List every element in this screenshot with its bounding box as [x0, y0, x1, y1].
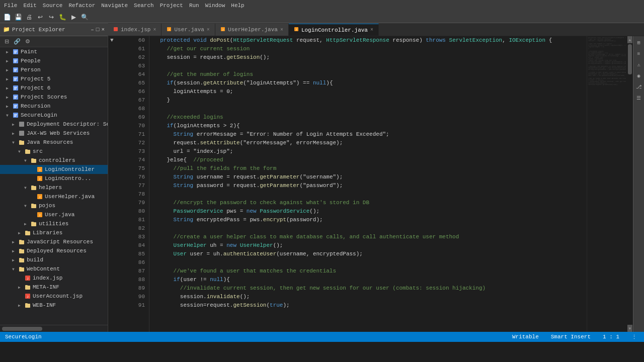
code-line-89[interactable]: //invalidate current session, then get n… [153, 284, 587, 293]
menu-file[interactable]: File [4, 3, 17, 9]
tree-item-jax-ws[interactable]: ▶JAX-WS Web Services [0, 129, 108, 138]
code-line-69[interactable]: //exceeded logins [153, 113, 587, 122]
code-line-62[interactable]: session = request.getSession(); [153, 53, 587, 62]
writable-status[interactable]: Writable [510, 334, 541, 340]
menu-help[interactable]: Help [231, 3, 244, 9]
tab-close-logincontroller[interactable]: × [370, 27, 373, 33]
undo-btn[interactable]: ↩ [35, 12, 45, 22]
code-line-75[interactable]: //pull the fields from the form [153, 164, 587, 173]
tree-item-deployment[interactable]: ▶Deployment Descriptor: Se [0, 120, 108, 129]
tree-item-build[interactable]: ▶build [0, 255, 108, 264]
code-line-70[interactable]: if(loginAttempts > 2){ [153, 122, 587, 130]
run-btn[interactable]: ▶ [68, 12, 78, 22]
code-line-67[interactable]: } [153, 96, 587, 105]
tree-item-paint[interactable]: ▶Paint [0, 47, 108, 56]
code-line-71[interactable]: String errorMessage = "Error: Number of … [153, 130, 587, 139]
code-line-61[interactable]: //get our current session [153, 45, 587, 53]
tree-item-person[interactable]: ▶Person [0, 65, 108, 74]
tab-close-user[interactable]: × [207, 27, 210, 33]
scroll-up-btn[interactable]: ▲ [627, 36, 632, 43]
search-results-icon[interactable]: ◉ [634, 71, 643, 80]
collapse-all-btn[interactable]: ⊟ [2, 37, 11, 46]
code-line-84[interactable]: UserHelper uh = new UserHelper(); [153, 241, 587, 250]
code-line-76[interactable]: String username = request.getParameter("… [153, 173, 587, 182]
menu-edit[interactable]: Edit [23, 3, 36, 9]
outline-icon[interactable]: ☰ [634, 94, 643, 103]
code-line-81[interactable]: String encryptedPass = pws.encrypt(passw… [153, 216, 587, 224]
code-line-64[interactable]: //get the number of logins [153, 70, 587, 79]
tree-item-web-inf[interactable]: ▶WEB-INF [0, 301, 108, 310]
scrollbar-thumb[interactable] [628, 44, 632, 74]
vertical-scrollbar[interactable]: ▲ ▼ [627, 36, 633, 332]
menu-navigate[interactable]: Navigate [101, 3, 128, 9]
tree-item-jsresources[interactable]: ▶JavaScript Resources [0, 237, 108, 246]
tree-item-helpers[interactable]: ▼helpers [0, 183, 108, 192]
tree-item-indexjsp[interactable]: Jindex.jsp [0, 274, 108, 283]
code-line-74[interactable]: }else{ //proceed [153, 156, 587, 164]
code-line-78[interactable] [153, 190, 587, 199]
scroll-down-btn[interactable]: ▼ [627, 325, 632, 332]
settings-btn[interactable]: ⚙ [23, 37, 32, 46]
tree-item-logincontroller[interactable]: JLoginController [0, 165, 108, 174]
new-btn[interactable]: 📄 [2, 12, 12, 22]
tree-item-projectscores[interactable]: ▶Project Scores [0, 93, 108, 102]
code-line-90[interactable]: session.invalidate(); [153, 293, 587, 301]
code-line-91[interactable]: session=request.getSession(true); [153, 301, 587, 310]
print-btn[interactable]: 🖨 [24, 12, 34, 22]
code-line-68[interactable] [153, 105, 587, 113]
redo-btn[interactable]: ↪ [46, 12, 56, 22]
code-line-82[interactable] [153, 224, 587, 233]
close-icon[interactable]: × [101, 27, 105, 33]
tab-close-userhelper[interactable]: × [280, 27, 283, 33]
collapse-icon[interactable]: ▼ [110, 37, 114, 43]
tasks-icon[interactable]: ≡ [634, 49, 643, 58]
code-line-65[interactable]: if(session.getAttribute("loginAttempts")… [153, 79, 587, 87]
code-line-87[interactable]: //we've found a user that matches the cr… [153, 267, 587, 276]
code-line-77[interactable]: String password = request.getParameter("… [153, 182, 587, 190]
tree-item-project6[interactable]: ▶Project 6 [0, 83, 108, 93]
tree-item-user[interactable]: JUser.java [0, 210, 108, 219]
save-btn[interactable]: 💾 [13, 12, 23, 22]
tree-item-utilities[interactable]: ▶utilities [0, 219, 108, 228]
tree-item-userhelper[interactable]: JUserHelper.java [0, 192, 108, 201]
tab-close-index[interactable]: × [153, 27, 156, 33]
maximize-icon[interactable]: □ [96, 27, 100, 33]
tab-logincontroller[interactable]: JLoginController.java× [289, 24, 379, 36]
tree-item-people[interactable]: ▶People [0, 56, 108, 65]
horizontal-scrollbar[interactable] [0, 325, 108, 332]
code-text[interactable]: protected void doPost(HttpServletRequest… [149, 36, 587, 332]
code-line-73[interactable]: url = "index.jsp"; [153, 147, 587, 156]
code-line-88[interactable]: if(user != null){ [153, 276, 587, 284]
menu-refactor[interactable]: Refactor [68, 3, 95, 9]
code-line-85[interactable]: User user = uh.authenticateUser(username… [153, 250, 587, 258]
menu-search[interactable]: Search [134, 3, 154, 9]
code-line-60[interactable]: protected void doPost(HttpServletRequest… [153, 36, 587, 45]
code-line-66[interactable]: loginAttempts = 0; [153, 87, 587, 96]
menu-project[interactable]: Project [160, 3, 183, 9]
tree-item-recursion[interactable]: ▶Recursion [0, 102, 108, 111]
code-line-63[interactable] [153, 62, 587, 70]
tab-index[interactable]: index.jsp× [108, 24, 162, 36]
tree-item-logincontro[interactable]: JLoginContro... [0, 174, 108, 183]
errors-icon[interactable]: ⚠ [634, 60, 643, 69]
tree-item-controllers[interactable]: ▼controllers [0, 156, 108, 165]
code-line-86[interactable] [153, 258, 587, 267]
link-editor-btn[interactable]: 🔗 [13, 37, 22, 46]
menu-source[interactable]: Source [43, 3, 63, 9]
tree-item-securelogin[interactable]: ▼SecureLogin [0, 111, 108, 120]
menu-window[interactable]: Window [205, 3, 225, 9]
tree-item-webcontent[interactable]: ▼WebContent [0, 264, 108, 274]
tree-item-javaresources[interactable]: ▼Java Resources [0, 138, 108, 147]
tree-item-pojos[interactable]: ▼pojos [0, 201, 108, 210]
menu-run[interactable]: Run [189, 3, 199, 9]
git-icon[interactable]: ⎇ [634, 82, 643, 92]
minimize-icon[interactable]: – [91, 27, 94, 33]
tree-item-deployed[interactable]: ▶Deployed Resources [0, 246, 108, 255]
cursor-position-status[interactable]: 1 : 1 [601, 334, 621, 340]
code-line-83[interactable]: //create a user helper class to make dat… [153, 233, 587, 241]
tree-item-meta-inf[interactable]: ▶META-INF [0, 283, 108, 292]
insert-mode-status[interactable]: Smart Insert [549, 334, 593, 340]
more-options-btn[interactable]: ⋮ [629, 334, 639, 340]
code-line-79[interactable]: //encrypt the password to check against … [153, 199, 587, 207]
code-line-72[interactable]: request.setAttribute("errorMessage", err… [153, 139, 587, 147]
